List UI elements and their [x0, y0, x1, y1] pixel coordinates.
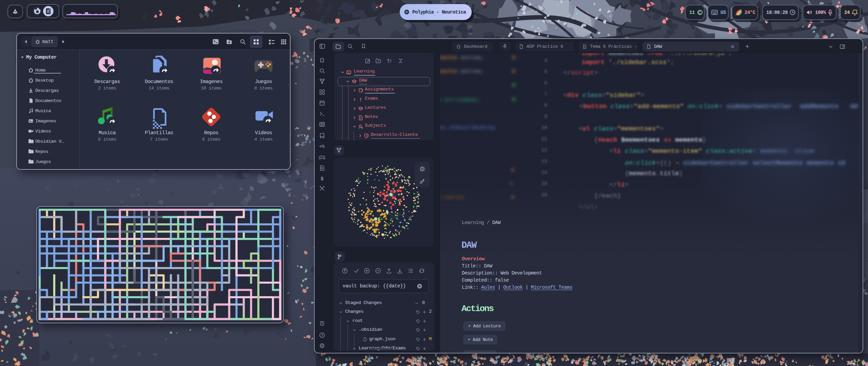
svg-text:<%: <% — [319, 144, 325, 149]
svg-text:$: $ — [214, 40, 215, 43]
svg-text:?: ? — [321, 334, 323, 338]
svg-text:$: $ — [321, 176, 324, 182]
svg-text:15: 15 — [366, 135, 368, 137]
